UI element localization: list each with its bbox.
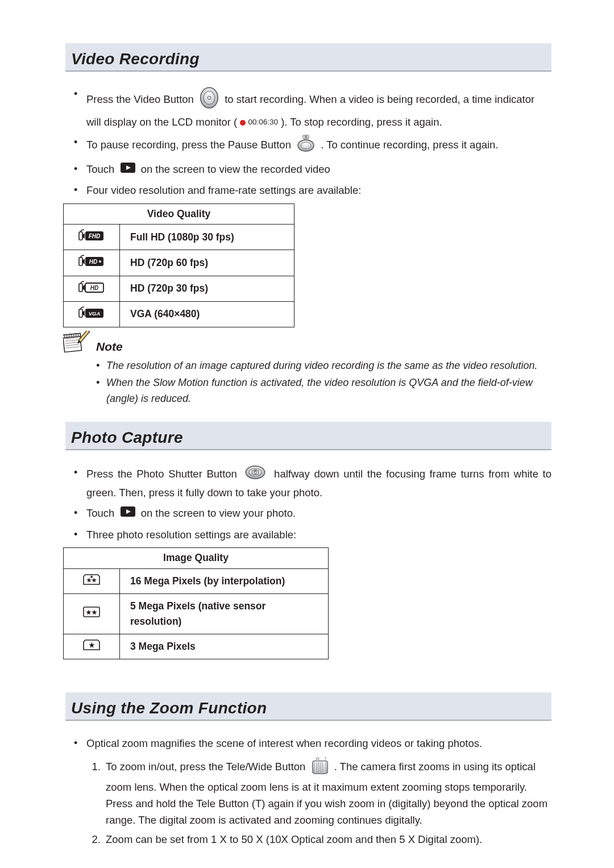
svg-text:HD: HD [89, 259, 97, 265]
svg-rect-14 [79, 258, 82, 265]
section-heading-photo: Photo Capture [65, 422, 551, 450]
svg-text:W: W [316, 756, 320, 760]
zoom-step-1: To zoom in/out, press the Tele/Wide Butt… [103, 755, 551, 829]
table-row: HD HD (720p 30 fps) [64, 276, 294, 301]
svg-rect-10 [79, 232, 82, 240]
video-quality-header: Video Quality [64, 204, 294, 225]
section-heading-zoom: Using the Zoom Function [65, 692, 551, 721]
table-row: HD HD (720p 60 fps) [64, 250, 294, 276]
hd30-mode-icon: HD [78, 280, 105, 293]
svg-text:★★: ★★ [86, 609, 97, 616]
table-row: ★★ 5 Mega Pixels (native sensor resoluti… [64, 593, 329, 634]
record-dot-icon [240, 120, 246, 126]
zoom-step-2: Zoom can be set from 1 X to 50 X (10X Op… [103, 832, 551, 848]
svg-rect-5 [306, 136, 308, 139]
shutter-button-icon [243, 465, 267, 485]
svg-point-43 [246, 466, 265, 479]
svg-rect-57 [312, 761, 327, 774]
table-row: ★ 3 Mega Pixels [64, 634, 329, 659]
note-icon [63, 331, 90, 359]
image-quality-header: Image Quality [64, 548, 329, 568]
two-star-icon: ★★ [83, 605, 100, 618]
section-title: Photo Capture [71, 429, 542, 447]
photo-bullet-3: Three photo resolution settings are avai… [74, 527, 551, 543]
note-item: When the Slow Motion function is activat… [96, 375, 551, 407]
video-quality-table: Video Quality FHD Full HD (1080p 30 fps) [63, 203, 294, 327]
svg-point-6 [298, 140, 314, 151]
table-row: VGA VGA (640×480) [64, 301, 294, 327]
svg-rect-4 [305, 136, 306, 139]
video-bullet-4: Four video resolution and frame-rate set… [74, 182, 551, 199]
photo-bullet-2: Touch on the screen to view your photo. [74, 505, 551, 522]
image-quality-table: Image Quality ★★ ★ 16 Mega Pixels (by in… [63, 547, 329, 659]
section-title: Video Recording [71, 50, 542, 68]
note-heading: Note [96, 338, 551, 356]
playback-screen-icon [120, 506, 136, 522]
svg-point-0 [201, 88, 218, 108]
svg-point-18 [99, 260, 101, 263]
photo-bullet-1: Press the Photo Shutter Button halfway d… [74, 465, 551, 501]
video-bullet-2: To pause recording, press the Pause Butt… [74, 135, 551, 157]
table-row: ★★ ★ 16 Mega Pixels (by interpolation) [64, 568, 329, 593]
section-title: Using the Zoom Function [71, 699, 542, 717]
one-star-icon: ★ [83, 638, 100, 650]
svg-text:★: ★ [90, 575, 94, 579]
note-item: The resolution of an image captured duri… [96, 358, 551, 374]
pause-button-icon [296, 135, 316, 157]
hd60-mode-icon: HD [78, 254, 105, 267]
fhd-mode-icon: FHD [78, 228, 105, 242]
svg-text:VGA: VGA [89, 310, 101, 317]
svg-text:FHD: FHD [89, 233, 101, 239]
svg-rect-23 [79, 309, 82, 317]
svg-rect-19 [79, 284, 82, 292]
svg-rect-3 [303, 135, 309, 139]
section-heading-video: Video Recording [65, 43, 551, 72]
svg-text:★: ★ [89, 641, 95, 649]
playback-screen-icon [120, 162, 136, 178]
zoom-intro: Optical zoom magnifies the scene of inte… [74, 736, 551, 848]
tele-wide-button-icon: W T [311, 755, 329, 780]
three-star-icon: ★★ ★ [83, 572, 100, 585]
video-bullet-1: Press the Video Button to start recordin… [74, 86, 551, 130]
vga-mode-icon: VGA [78, 305, 105, 319]
video-button-icon [199, 86, 219, 114]
video-bullet-3: Touch on the screen to view the recorded… [74, 161, 551, 178]
svg-text:T: T [324, 756, 326, 760]
table-row: FHD Full HD (1080p 30 fps) [64, 225, 294, 250]
recording-time-indicator: 00:06:30 [240, 117, 278, 128]
svg-text:HD: HD [90, 285, 98, 291]
